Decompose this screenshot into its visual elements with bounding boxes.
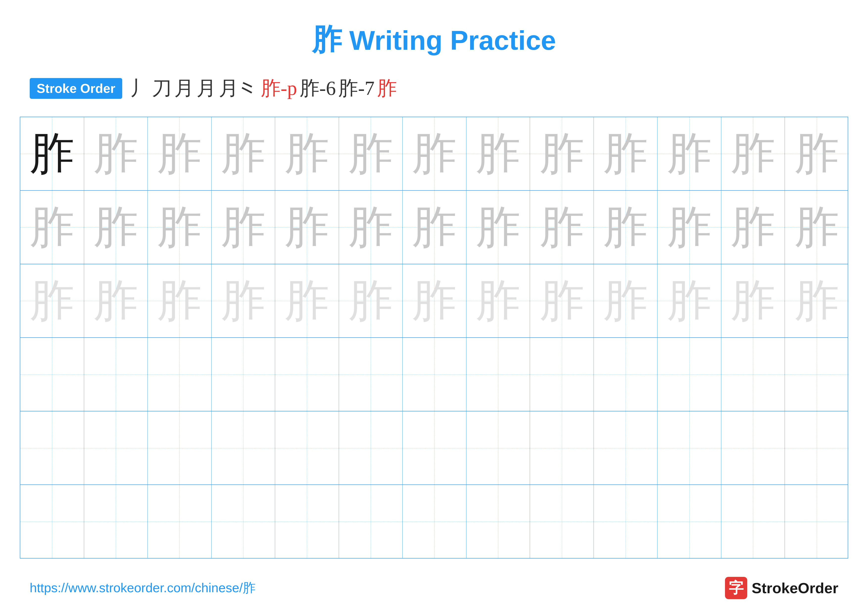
grid-cell-1-3[interactable]: 胙 (148, 117, 212, 190)
practice-char-medium: 胙 (476, 197, 520, 257)
footer-url[interactable]: https://www.strokeorder.com/chinese/胙 (30, 579, 256, 597)
practice-char-medium: 胙 (30, 197, 74, 257)
grid-cell-6-7[interactable] (403, 485, 467, 558)
grid-cell-1-1[interactable]: 胙 (20, 117, 84, 190)
grid-cell-6-10[interactable] (594, 485, 658, 558)
grid-cell-2-1[interactable]: 胙 (20, 191, 84, 264)
grid-cell-3-4[interactable]: 胙 (212, 264, 275, 337)
grid-cell-6-13[interactable] (785, 485, 849, 558)
practice-char-light: 胙 (795, 271, 839, 331)
practice-char-light: 胙 (157, 271, 202, 331)
grid-cell-6-9[interactable] (530, 485, 594, 558)
grid-cell-3-12[interactable]: 胙 (721, 264, 785, 337)
grid-cell-5-4[interactable] (212, 411, 275, 485)
grid-cell-4-9[interactable] (530, 338, 594, 411)
grid-cell-2-9[interactable]: 胙 (530, 191, 594, 264)
practice-char-medium: 胙 (349, 124, 393, 184)
grid-cell-5-11[interactable] (657, 411, 721, 485)
grid-cell-3-7[interactable]: 胙 (403, 264, 467, 337)
grid-cell-4-13[interactable] (785, 338, 849, 411)
grid-cell-4-8[interactable] (467, 338, 530, 411)
grid-cell-1-7[interactable]: 胙 (403, 117, 467, 190)
practice-char-medium: 胙 (667, 197, 711, 257)
grid-cell-4-10[interactable] (594, 338, 658, 411)
grid-cell-5-3[interactable] (148, 411, 212, 485)
grid-cell-4-3[interactable] (148, 338, 212, 411)
grid-cell-4-12[interactable] (721, 338, 785, 411)
grid-cell-6-8[interactable] (467, 485, 530, 558)
practice-char-medium: 胙 (93, 124, 138, 184)
practice-char-light: 胙 (539, 271, 584, 331)
practice-char-light: 胙 (412, 271, 457, 331)
grid-cell-3-9[interactable]: 胙 (530, 264, 594, 337)
grid-cell-3-11[interactable]: 胙 (657, 264, 721, 337)
page-title-text: Writing Practice (342, 25, 556, 56)
stroke-8: 胙-7 (338, 75, 375, 102)
grid-cell-4-5[interactable] (275, 338, 339, 411)
stroke-2: 刀 (152, 75, 172, 102)
grid-cell-1-10[interactable]: 胙 (594, 117, 658, 190)
practice-char-light: 胙 (731, 271, 775, 331)
grid-cell-1-4[interactable]: 胙 (212, 117, 275, 190)
grid-cell-1-5[interactable]: 胙 (275, 117, 339, 190)
grid-cell-3-5[interactable]: 胙 (275, 264, 339, 337)
grid-cell-5-9[interactable] (530, 411, 594, 485)
grid-cell-4-2[interactable] (84, 338, 148, 411)
grid-row-3: 胙 胙 胙 胙 胙 胙 胙 胙 胙 胙 胙 胙 胙 (20, 264, 848, 338)
stroke-3: 月 (174, 75, 194, 102)
grid-row-4 (20, 338, 848, 411)
grid-cell-2-2[interactable]: 胙 (84, 191, 148, 264)
grid-cell-5-1[interactable] (20, 411, 84, 485)
grid-cell-3-13[interactable]: 胙 (785, 264, 849, 337)
grid-cell-1-12[interactable]: 胙 (721, 117, 785, 190)
grid-cell-4-6[interactable] (339, 338, 403, 411)
grid-cell-2-12[interactable]: 胙 (721, 191, 785, 264)
grid-cell-4-7[interactable] (403, 338, 467, 411)
grid-cell-6-2[interactable] (84, 485, 148, 558)
grid-cell-2-7[interactable]: 胙 (403, 191, 467, 264)
grid-cell-2-10[interactable]: 胙 (594, 191, 658, 264)
grid-cell-4-1[interactable] (20, 338, 84, 411)
grid-cell-5-8[interactable] (467, 411, 530, 485)
grid-cell-3-8[interactable]: 胙 (467, 264, 530, 337)
grid-cell-5-10[interactable] (594, 411, 658, 485)
grid-cell-1-13[interactable]: 胙 (785, 117, 849, 190)
page-title-section: 胙 Writing Practice (0, 0, 868, 70)
grid-cell-3-1[interactable]: 胙 (20, 264, 84, 337)
grid-cell-3-3[interactable]: 胙 (148, 264, 212, 337)
practice-char-medium: 胙 (795, 197, 839, 257)
grid-cell-2-5[interactable]: 胙 (275, 191, 339, 264)
practice-char-medium: 胙 (667, 124, 711, 184)
grid-cell-2-4[interactable]: 胙 (212, 191, 275, 264)
grid-cell-2-11[interactable]: 胙 (657, 191, 721, 264)
grid-cell-4-11[interactable] (657, 338, 721, 411)
grid-cell-6-12[interactable] (721, 485, 785, 558)
practice-char-light: 胙 (603, 271, 648, 331)
grid-cell-1-6[interactable]: 胙 (339, 117, 403, 190)
grid-cell-4-4[interactable] (212, 338, 275, 411)
grid-cell-6-6[interactable] (339, 485, 403, 558)
grid-cell-3-6[interactable]: 胙 (339, 264, 403, 337)
grid-cell-6-1[interactable] (20, 485, 84, 558)
grid-cell-5-12[interactable] (721, 411, 785, 485)
grid-cell-1-9[interactable]: 胙 (530, 117, 594, 190)
grid-cell-2-13[interactable]: 胙 (785, 191, 849, 264)
grid-cell-1-2[interactable]: 胙 (84, 117, 148, 190)
grid-cell-3-10[interactable]: 胙 (594, 264, 658, 337)
grid-cell-6-11[interactable] (657, 485, 721, 558)
grid-cell-5-6[interactable] (339, 411, 403, 485)
grid-cell-2-8[interactable]: 胙 (467, 191, 530, 264)
grid-cell-6-4[interactable] (212, 485, 275, 558)
grid-cell-6-5[interactable] (275, 485, 339, 558)
grid-cell-5-5[interactable] (275, 411, 339, 485)
grid-cell-6-3[interactable] (148, 485, 212, 558)
grid-cell-5-7[interactable] (403, 411, 467, 485)
grid-cell-5-2[interactable] (84, 411, 148, 485)
practice-grid: 胙 胙 胙 胙 胙 胙 胙 胙 胙 胙 胙 胙 胙 胙 胙 胙 胙 胙 胙 胙 … (20, 117, 848, 558)
grid-cell-5-13[interactable] (785, 411, 849, 485)
grid-cell-2-3[interactable]: 胙 (148, 191, 212, 264)
grid-cell-3-2[interactable]: 胙 (84, 264, 148, 337)
grid-cell-1-8[interactable]: 胙 (467, 117, 530, 190)
grid-cell-2-6[interactable]: 胙 (339, 191, 403, 264)
grid-cell-1-11[interactable]: 胙 (657, 117, 721, 190)
